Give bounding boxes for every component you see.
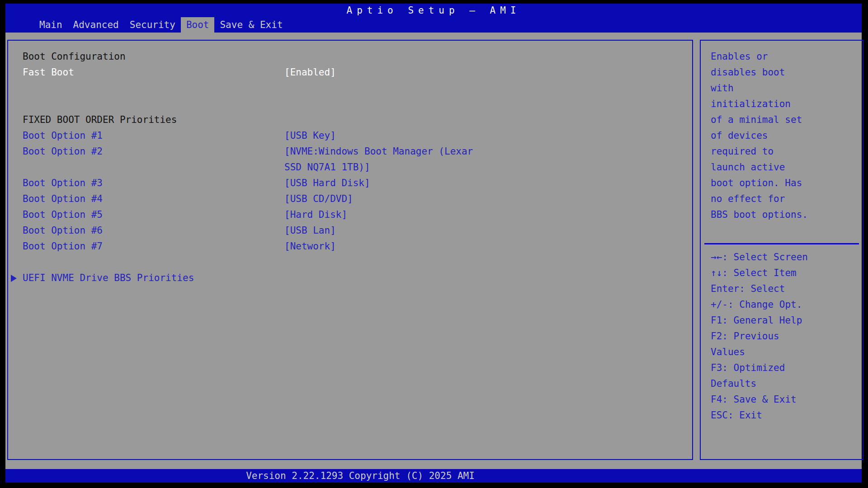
key-hints: →←: Select Screen ↑↓: Select Item Enter:… xyxy=(711,249,812,423)
blank-row xyxy=(8,254,692,270)
boot-option-5-row[interactable]: Boot Option #5 [Hard Disk] xyxy=(8,207,692,223)
key-hint-action: Change Opt. xyxy=(739,299,802,310)
boot-option-4-row[interactable]: Boot Option #4 [USB CD/DVD] xyxy=(8,191,692,207)
key-hint-action: Select xyxy=(751,283,785,294)
version-text: Version 2.22.1293 Copyright (C) 2025 AMI xyxy=(5,469,715,483)
key-hint-keys: F2: xyxy=(711,331,728,342)
key-hint-keys: ESC: xyxy=(711,410,734,421)
boot-option-value: [USB Key] xyxy=(284,128,480,144)
help-line: Enables or xyxy=(711,49,863,65)
key-hint-keys: F4: xyxy=(711,394,728,405)
key-hint-f1: F1: General Help xyxy=(711,313,812,328)
boot-option-value: [USB Lan] xyxy=(284,223,480,239)
key-hint-action: General Help xyxy=(734,315,802,326)
main-panel: Boot Configuration Fast Boot [Enabled] F… xyxy=(7,40,693,460)
blank-row xyxy=(8,80,692,96)
boot-option-value: [Network] xyxy=(284,239,480,254)
boot-option-7-row[interactable]: Boot Option #7 [Network] xyxy=(8,239,692,254)
boot-option-value: [NVME:Windows Boot Manager (Lexar SSD NQ… xyxy=(284,144,480,175)
content-area: Boot Configuration Fast Boot [Enabled] F… xyxy=(5,33,862,469)
title-bar: Aptio Setup – AMI Main Advanced Security… xyxy=(5,4,862,33)
menu-bar: Main Advanced Security Boot Save & Exit xyxy=(34,17,288,33)
blank-row xyxy=(8,96,692,112)
key-hint-f4: F4: Save & Exit xyxy=(711,392,812,408)
key-hint-esc: ESC: Exit xyxy=(711,408,812,423)
key-hint-keys: +/-: xyxy=(711,299,734,310)
key-hint-keys: Enter: xyxy=(711,283,745,294)
help-line: of devices xyxy=(711,128,863,144)
help-line: no effect for xyxy=(711,191,863,207)
help-divider xyxy=(704,243,859,244)
help-line: required to xyxy=(711,144,863,160)
fast-boot-value: [Enabled] xyxy=(284,65,480,80)
key-hint-select-screen: →←: Select Screen xyxy=(711,249,812,265)
bios-setup-screen: Aptio Setup – AMI Main Advanced Security… xyxy=(0,0,868,488)
help-line: boot option. Has xyxy=(711,175,863,191)
key-hint-f3: F3: Optimized Defaults xyxy=(711,360,812,392)
key-hint-action: Select Screen xyxy=(734,252,808,263)
key-hint-enter: Enter: Select xyxy=(711,281,812,297)
key-hint-action: Save & Exit xyxy=(734,394,797,405)
section-title: FIXED BOOT ORDER Priorities xyxy=(23,112,284,128)
key-hint-keys: ↑↓: xyxy=(711,267,728,278)
boot-option-value: [USB Hard Disk] xyxy=(284,175,480,191)
section-title: Boot Configuration xyxy=(23,49,284,65)
boot-option-3-row[interactable]: Boot Option #3 [USB Hard Disk] xyxy=(8,175,692,191)
submenu-arrow-icon xyxy=(11,275,17,282)
boot-option-label: Boot Option #5 xyxy=(23,207,284,223)
help-line: with xyxy=(711,80,863,96)
help-description: Enables or disables boot with initializa… xyxy=(701,41,863,223)
help-line: initialization xyxy=(711,96,863,112)
boot-option-label: Boot Option #6 xyxy=(23,223,284,239)
tab-advanced[interactable]: Advanced xyxy=(68,17,124,33)
fast-boot-row[interactable]: Fast Boot [Enabled] xyxy=(8,65,692,80)
key-hint-keys: F1: xyxy=(711,315,728,326)
help-line: disables boot xyxy=(711,65,863,80)
key-hint-keys: F3: xyxy=(711,362,728,373)
app-title: Aptio Setup – AMI xyxy=(5,5,862,16)
key-hint-change-opt: +/-: Change Opt. xyxy=(711,297,812,313)
help-line: launch active xyxy=(711,160,863,175)
help-line: BBS boot options. xyxy=(711,207,863,223)
key-hint-select-item: ↑↓: Select Item xyxy=(711,265,812,281)
uefi-nvme-bbs-priorities-item[interactable]: UEFI NVME Drive BBS Priorities xyxy=(8,270,692,286)
key-hint-action: Select Item xyxy=(734,267,797,278)
boot-option-label: Boot Option #7 xyxy=(23,239,284,254)
boot-option-value: [USB CD/DVD] xyxy=(284,191,480,207)
boot-option-value: [Hard Disk] xyxy=(284,207,480,223)
tab-security[interactable]: Security xyxy=(124,17,181,33)
boot-option-label: Boot Option #1 xyxy=(23,128,284,144)
key-hint-keys: →←: xyxy=(711,252,728,263)
boot-option-6-row[interactable]: Boot Option #6 [USB Lan] xyxy=(8,223,692,239)
submenu-label: UEFI NVME Drive BBS Priorities xyxy=(23,270,284,286)
tab-main[interactable]: Main xyxy=(34,17,68,33)
section-header-boot-configuration: Boot Configuration xyxy=(8,49,692,65)
section-header-fixed-boot-order: FIXED BOOT ORDER Priorities xyxy=(8,112,692,128)
boot-option-1-row[interactable]: Boot Option #1 [USB Key] xyxy=(8,128,692,144)
boot-option-label: Boot Option #2 xyxy=(23,144,284,175)
tab-boot[interactable]: Boot xyxy=(181,17,215,33)
boot-option-2-row[interactable]: Boot Option #2 [NVME:Windows Boot Manage… xyxy=(8,144,692,175)
tab-save-exit[interactable]: Save & Exit xyxy=(214,17,288,33)
boot-option-label: Boot Option #3 xyxy=(23,175,284,191)
key-hint-f2: F2: Previous Values xyxy=(711,328,812,360)
help-panel: Enables or disables boot with initializa… xyxy=(700,40,863,460)
key-hint-action: Exit xyxy=(739,410,762,421)
boot-option-label: Boot Option #4 xyxy=(23,191,284,207)
fast-boot-label: Fast Boot xyxy=(23,65,284,80)
footer-bar: Version 2.22.1293 Copyright (C) 2025 AMI xyxy=(5,469,862,483)
help-line: of a minimal set xyxy=(711,112,863,128)
bios-frame: Aptio Setup – AMI Main Advanced Security… xyxy=(5,4,862,483)
